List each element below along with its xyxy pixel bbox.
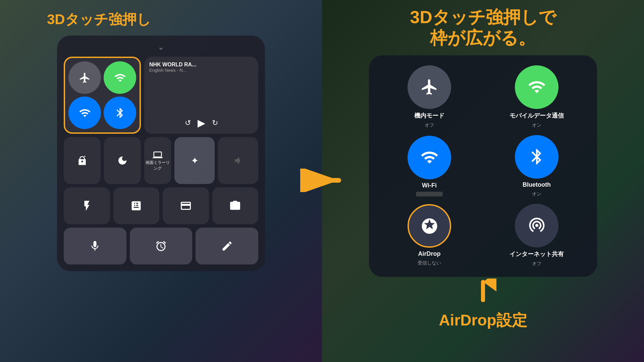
left-label: 3Dタッチ強押し: [47, 10, 151, 29]
play-icon[interactable]: ▶: [198, 117, 205, 129]
camera-button[interactable]: [212, 187, 259, 224]
exp-bluetooth-button[interactable]: [515, 135, 558, 179]
chevron-icon: ⌄: [64, 42, 258, 52]
exp-airplane-cell: 機内モード オフ: [379, 65, 480, 128]
fast-forward-icon[interactable]: ↻: [212, 119, 218, 127]
second-row: 画面ミラーリング ✦: [64, 137, 258, 184]
exp-airplane-button[interactable]: [408, 65, 451, 109]
up-arrow-container: [470, 279, 496, 303]
music-title: NHK WORLD RA... English News - N...: [149, 62, 253, 73]
airplane-mode-button[interactable]: [68, 61, 101, 94]
airdrop-settings-label: AirDrop設定: [439, 310, 527, 331]
exp-mobile-sublabel: オン: [532, 122, 541, 128]
screen-mirror-label: 画面ミラーリング: [144, 160, 171, 171]
exp-wifi-cell: Wi-Fi: [379, 135, 480, 197]
brightness-icon: ✦: [191, 155, 199, 166]
tools-row-1: [64, 187, 258, 224]
brightness-slider[interactable]: ✦: [174, 137, 215, 184]
tools-row-2: [64, 228, 258, 264]
exp-airdrop-sublabel: 受信しない: [418, 260, 441, 266]
exp-airdrop-label: AirDrop: [418, 250, 441, 257]
exp-mobile-cell: モバイルデータ通信 オン: [486, 65, 587, 128]
volume-slider[interactable]: [218, 137, 258, 184]
exp-wifi-label: Wi-Fi: [422, 182, 437, 189]
exp-hotspot-button[interactable]: [515, 204, 558, 247]
top-row: NHK WORLD RA... English News - N... ↺ ▶ …: [64, 57, 258, 134]
direction-arrow: [300, 169, 344, 192]
right-panel: 3Dタッチ強押しで 枠が広がる。 機内モード オフ モバイルデータ通信 オン W…: [322, 0, 644, 362]
wifi-button[interactable]: [68, 97, 101, 129]
exp-mobile-button[interactable]: [515, 65, 558, 109]
exp-bluetooth-sublabel: オン: [532, 191, 541, 197]
exp-bluetooth-cell: Bluetooth オン: [486, 135, 587, 197]
exp-airplane-label: 機内モード: [414, 112, 444, 120]
flashlight-button[interactable]: [64, 187, 110, 224]
up-arrow-icon: [470, 279, 496, 302]
do-not-disturb-button[interactable]: [104, 137, 141, 184]
exp-airdrop-button[interactable]: [408, 204, 451, 248]
wallet-button[interactable]: [163, 187, 209, 224]
arrow-container: [300, 169, 344, 193]
exp-mobile-label: モバイルデータ通信: [509, 112, 564, 120]
exp-airdrop-cell: AirDrop 受信しない: [379, 204, 480, 267]
voice-memo-button[interactable]: [64, 228, 126, 264]
ios-control-center: ⌄: [57, 36, 265, 271]
exp-hotspot-cell: インターネット共有 オフ: [486, 204, 587, 267]
screen-mirror-button[interactable]: 画面ミラーリング: [144, 137, 171, 184]
music-block: NHK WORLD RA... English News - N... ↺ ▶ …: [144, 57, 258, 134]
calculator-button[interactable]: [113, 187, 160, 224]
music-controls: ↺ ▶ ↻: [149, 117, 253, 129]
exp-wifi-sublabel-blurred: [416, 192, 443, 196]
clock-button[interactable]: [130, 228, 193, 264]
portrait-lock-button[interactable]: [64, 137, 101, 184]
expanded-panel: 機内モード オフ モバイルデータ通信 オン Wi-Fi Bluetoot: [369, 55, 597, 277]
bluetooth-button[interactable]: [104, 97, 136, 129]
connectivity-block: [64, 57, 141, 134]
rewind-icon[interactable]: ↺: [185, 119, 191, 127]
left-panel: 3Dタッチ強押し ⌄: [0, 0, 322, 362]
right-label: 3Dタッチ強押しで 枠が広がる。: [410, 7, 556, 49]
exp-airplane-sublabel: オフ: [425, 122, 434, 128]
exp-bluetooth-label: Bluetooth: [523, 181, 551, 188]
exp-wifi-button[interactable]: [408, 136, 451, 179]
mobile-data-button[interactable]: [104, 61, 136, 94]
exp-hotspot-label: インターネット共有: [509, 250, 564, 258]
exp-hotspot-sublabel: オフ: [532, 261, 541, 267]
notes-button[interactable]: [196, 228, 258, 264]
